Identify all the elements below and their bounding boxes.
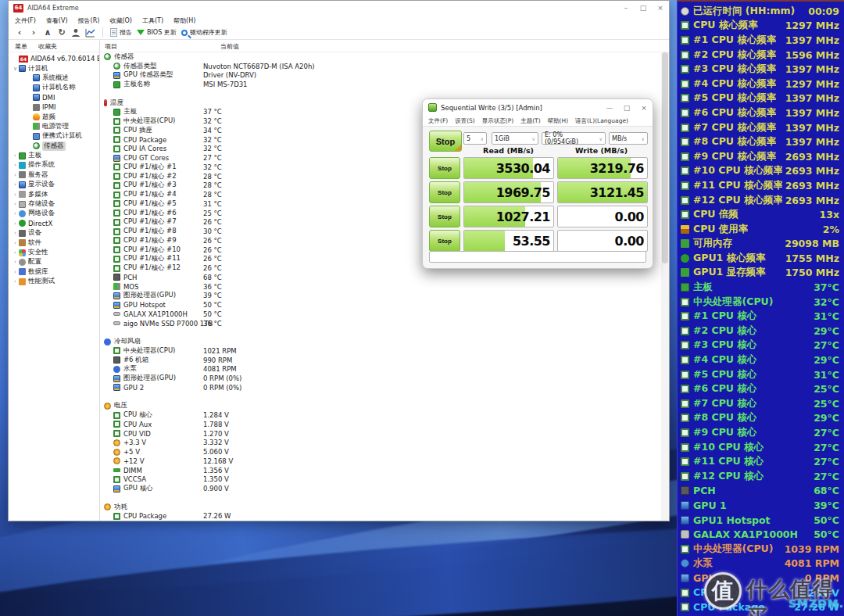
menu-item[interactable]: 报告(R) (78, 16, 100, 25)
collapsed-arrow-icon[interactable]: › (12, 192, 19, 198)
sensor-row-MOS[interactable]: MOS36 °C (100, 282, 661, 292)
sensor-row-+3.3 V[interactable]: +3.3 V3.332 V (100, 439, 661, 448)
sidebar-item-数据库[interactable]: ›数据库 (9, 267, 99, 277)
sidebar-item-主板[interactable]: ›主板 (9, 151, 99, 160)
sidebar-item-配置[interactable]: ›配置 (9, 257, 99, 267)
sensor-section-冷却风扇[interactable]: 冷却风扇 (100, 337, 661, 346)
diskmark-titlebar[interactable]: Sequential Write (3/5) [Admin] — □ × (423, 99, 653, 116)
unit-select[interactable]: MB/s∨ (609, 132, 648, 145)
driver-update-button[interactable]: 驱动程序更新 (181, 28, 227, 37)
sidebar-item-显示设备[interactable]: ›显示设备 (9, 180, 99, 189)
sidebar-item-服务器[interactable]: ›服务器 (9, 170, 99, 180)
sensor-row-GPU Hotspot[interactable]: GPU Hotspot50 °C (100, 300, 661, 310)
sensor-row-中央处理器(CPU)[interactable]: 中央处理器(CPU)1021 RPM (100, 346, 661, 356)
forward-icon[interactable]: › (29, 27, 38, 38)
stop-test-button[interactable]: Stop (429, 206, 460, 227)
sensor-row-+12 V[interactable]: +12 V12.168 V (100, 457, 661, 466)
stop-all-button[interactable]: Stop (429, 131, 462, 152)
scrollbar-thumb[interactable] (662, 52, 668, 263)
sensor-row-GALAX XA1P1000H[interactable]: GALAX XA1P1000H50 °C (100, 310, 661, 319)
up-icon[interactable]: ∧ (43, 27, 52, 38)
sidebar-item-DMI[interactable]: DMI (9, 93, 99, 102)
sensor-row-VCCSA[interactable]: VCCSA1.350 V (100, 475, 661, 485)
aida64-titlebar[interactable]: 64 AIDA64 Extreme – □ × (9, 1, 669, 15)
sidebar-item-电源管理[interactable]: 电源管理 (9, 122, 99, 131)
sidebar-item-安全性[interactable]: ›安全性 (9, 248, 99, 257)
menu-item[interactable]: 查看(V) (46, 16, 68, 25)
sidebar-item-网络设备[interactable]: ›网络设备 (9, 209, 99, 218)
collapsed-arrow-icon[interactable]: › (12, 278, 19, 285)
collapsed-arrow-icon[interactable]: › (12, 240, 19, 246)
sidebar-item-存储设备[interactable]: ›存储设备 (9, 199, 99, 209)
tab-menu[interactable]: 菜单 (15, 42, 27, 51)
stop-test-button[interactable]: Stop (429, 157, 460, 179)
menu-item[interactable]: 文件(F) (428, 117, 448, 125)
menu-item[interactable]: 帮助(H) (548, 117, 569, 125)
stop-test-button[interactable]: Stop (429, 181, 460, 203)
sensor-row-CPU 核心[interactable]: CPU 核心1.284 V (100, 410, 661, 420)
sensor-row-PCH[interactable]: PCH68 °C (100, 273, 661, 282)
sidebar-item-超频[interactable]: 超频 (9, 112, 99, 121)
menu-item[interactable]: 工具(T) (142, 16, 163, 25)
collapsed-arrow-icon[interactable]: › (12, 230, 19, 236)
sensor-row-水泵[interactable]: 水泵4081 RPM (100, 365, 661, 374)
stop-test-button[interactable]: Stop (429, 230, 460, 252)
sidebar-item-多媒体[interactable]: ›多媒体 (9, 189, 99, 199)
bios-update-button[interactable]: BIOS 更新 (137, 26, 177, 39)
tab-favorites[interactable]: 收藏夹 (38, 42, 57, 51)
menu-item[interactable]: 帮助(H) (173, 16, 195, 25)
vertical-scrollbar[interactable] (661, 52, 669, 521)
collapsed-arrow-icon[interactable]: › (12, 172, 19, 178)
test-size-select[interactable]: 1GiB∨ (492, 132, 538, 145)
collapsed-arrow-icon[interactable]: › (12, 162, 19, 168)
collapsed-arrow-icon[interactable]: › (12, 201, 19, 207)
report-button[interactable]: 报告 (110, 28, 132, 37)
collapsed-arrow-icon[interactable]: › (12, 249, 19, 256)
menu-item[interactable]: 收藏(O) (109, 16, 132, 25)
chart-icon[interactable] (85, 28, 95, 38)
sidebar-item-系统概述[interactable]: 系统概述 (9, 73, 99, 83)
test-count-select[interactable]: 5∨ (463, 132, 487, 145)
collapsed-arrow-icon[interactable]: › (12, 152, 19, 159)
collapsed-arrow-icon[interactable]: › (12, 181, 19, 188)
minimize-button[interactable]: – (617, 2, 635, 14)
sidebar-item-计算机[interactable]: ∨计算机 (9, 63, 99, 73)
sensor-row-GPU 2[interactable]: GPU 20 RPM (0%) (100, 383, 661, 392)
collapsed-arrow-icon[interactable]: › (12, 269, 19, 275)
sensor-row-GPU 传感器类型[interactable]: GPU 传感器类型Driver (NV-DRV) (100, 71, 661, 81)
collapsed-arrow-icon[interactable]: › (12, 220, 19, 227)
sidebar-item-性能测试[interactable]: ›性能测试 (9, 277, 99, 286)
menu-item[interactable]: 语言(L)(Language) (575, 117, 628, 125)
collapsed-arrow-icon[interactable]: › (12, 259, 19, 265)
back-icon[interactable]: ‹ (15, 27, 24, 38)
maximize-button[interactable]: □ (618, 102, 635, 114)
close-button[interactable]: × (635, 102, 653, 114)
menu-item[interactable]: 显示状态(P) (482, 117, 513, 125)
sensor-row-GPU 核心[interactable]: GPU 核心0.900 V (100, 484, 661, 493)
sidebar-item-便携式计算机[interactable]: 便携式计算机 (9, 131, 99, 141)
column-header-value[interactable]: 当前值 (220, 42, 239, 51)
maximize-button[interactable]: □ (635, 2, 652, 14)
column-header-item[interactable]: 项目 (100, 42, 220, 51)
user-icon[interactable] (71, 28, 80, 38)
sensor-row-DIMM[interactable]: DIMM1.356 V (100, 466, 661, 475)
sensor-row-CPU Package[interactable]: CPU Package27.26 W (100, 512, 661, 521)
sidebar-item-DirectX[interactable]: ›DirectX (9, 219, 99, 228)
sensor-row-传感器类型[interactable]: 传感器类型Nuvoton NCT6687D-M (ISA A20h) (100, 62, 661, 71)
sensor-row-CPU VID[interactable]: CPU VID1.270 V (100, 429, 661, 439)
menu-item[interactable]: 主题(T) (520, 117, 540, 125)
sensor-section-电压[interactable]: 电压 (100, 402, 661, 411)
sidebar-item-AIDA64 v6.70.6014 Beta[interactable]: 64AIDA64 v6.70.6014 Beta (9, 54, 99, 63)
sensor-row-主板名称[interactable]: 主板名称MSI MS-7D31 (100, 80, 661, 89)
sensor-section-功耗[interactable]: 功耗 (100, 503, 661, 512)
sensor-section-传感器[interactable]: 传感器 (100, 52, 661, 62)
sensor-row-图形处理器(GPU)[interactable]: 图形处理器(GPU)0 RPM (0%) (100, 374, 661, 383)
expanded-arrow-icon[interactable]: ∨ (12, 66, 19, 72)
sensor-row-#6 机箱[interactable]: #6 机箱990 RPM (100, 356, 661, 365)
close-button[interactable]: × (652, 2, 669, 14)
sidebar-item-计算机名称[interactable]: 计算机名称 (9, 83, 99, 92)
sidebar-item-传感器[interactable]: 传感器 (9, 141, 99, 151)
sidebar-item-操作系统[interactable]: ›操作系统 (9, 160, 99, 170)
sidebar-item-IPMI[interactable]: IPMI (9, 102, 99, 112)
collapsed-arrow-icon[interactable]: › (12, 210, 19, 217)
